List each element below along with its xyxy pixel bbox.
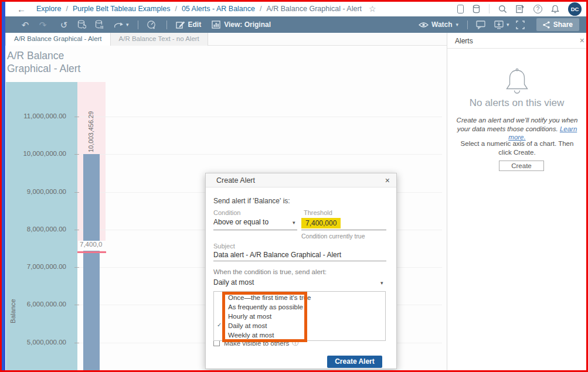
redo-icon[interactable]: ↷ [37, 21, 49, 29]
gridline [77, 154, 442, 155]
breadcrumb-view: A/R Balance Graphical - Alert [266, 5, 362, 13]
back-icon[interactable]: ← [17, 5, 26, 13]
top-navigation-bar: ← Explore / Purple Belt Tableau Examples… [5, 1, 586, 16]
breadcrumb-workbook[interactable]: 05 Alerts - AR Balance [182, 5, 255, 13]
metrics-gauge-icon[interactable] [147, 20, 158, 30]
bar-value-label: 10,003,456.29 [87, 100, 94, 152]
selected-check-icon: ✓ [217, 322, 222, 328]
view-toolbar: ↶ ↷ ↺ ▾ Edit View: Original Watc [5, 16, 586, 33]
chevron-down-icon: ▾ [456, 22, 459, 28]
notifications-bell-icon[interactable] [551, 5, 559, 13]
breadcrumb-separator: / [61, 5, 72, 13]
y-tick-label: 7,000,000.00 [6, 263, 72, 270]
axis-tick [74, 305, 79, 305]
subject-input[interactable]: Data alert - A/R Balance Graphical - Ale… [213, 251, 341, 259]
create-alert-button[interactable]: Create Alert [327, 356, 382, 368]
gridline [77, 117, 442, 117]
edit-label: Edit [188, 21, 202, 29]
tab-text-no-alert[interactable]: A/R Balance Text - no Alert [111, 33, 208, 46]
chevron-down-icon[interactable]: ▾ [126, 22, 129, 28]
eye-icon [419, 22, 429, 28]
field-underline [213, 230, 297, 230]
download-icon [494, 21, 504, 29]
create-alert-dialog: Create Alert × Send alert if 'Balance' i… [205, 173, 397, 369]
topbar-actions: ? DC [457, 2, 582, 16]
new-content-icon[interactable] [516, 5, 525, 13]
divider [166, 21, 167, 29]
threshold-input[interactable]: 7,400,000 [301, 218, 341, 228]
toolbar-right-actions: Watch ▾ ▾ Share [415, 18, 579, 31]
axis-tick [74, 267, 79, 268]
share-label: Share [553, 21, 573, 29]
fullscreen-icon[interactable] [516, 21, 528, 29]
device-preview-icon[interactable] [457, 5, 464, 13]
divider [138, 21, 138, 29]
annotation-blue-strip [1, 1, 5, 371]
user-avatar[interactable]: DC [568, 2, 582, 16]
favorite-star-icon[interactable]: ☆ [369, 4, 376, 13]
panel-create-button[interactable]: Create [499, 161, 544, 171]
frequency-select[interactable]: Daily at most [213, 278, 254, 286]
axis-tick [74, 117, 79, 117]
breadcrumb-separator: / [255, 5, 266, 13]
edit-button[interactable]: Edit [176, 21, 202, 29]
alerts-hint: Select a numeric axis of a chart. Then c… [454, 139, 580, 156]
chevron-down-icon[interactable]: ▾ [380, 280, 383, 286]
close-icon[interactable]: × [580, 36, 584, 45]
divider [489, 4, 490, 13]
axis-tick [74, 192, 79, 193]
axis-tick [74, 343, 79, 343]
alerts-panel: Alerts × No alerts on this view Create a… [447, 33, 586, 370]
tableau-web-app: ← Explore / Purple Belt Tableau Examples… [0, 0, 588, 372]
field-underline [301, 230, 386, 230]
pause-updates-icon[interactable] [95, 20, 107, 30]
breadcrumb: Explore / Purple Belt Tableau Examples /… [36, 5, 362, 13]
search-icon[interactable] [498, 5, 507, 13]
sheet-tabbar: A/R Balance Graphical - Alert A/R Balanc… [5, 33, 447, 46]
undo-icon[interactable]: ↶ [19, 21, 31, 29]
no-alerts-description: Create an alert and we'll notify you whe… [454, 116, 580, 142]
y-tick-label: 11,000,000.00 [6, 112, 72, 120]
share-button[interactable]: Share [536, 18, 579, 31]
y-tick-label: 5,000,000.00 [6, 339, 72, 346]
help-icon[interactable]: ? [533, 5, 542, 13]
sheet-title: A/R Balance Graphical - Alert [7, 49, 80, 75]
close-icon[interactable]: × [385, 176, 390, 185]
revert-icon[interactable]: ↺ [58, 21, 70, 29]
bell-illustration-icon [447, 68, 586, 97]
download-button[interactable]: ▾ [494, 21, 509, 29]
threshold-label: Threshold [304, 209, 332, 216]
dialog-intro-text: Send alert if 'Balance' is: [213, 197, 290, 205]
chevron-down-icon[interactable]: ▾ [507, 22, 509, 28]
view-original-label: View: Original [224, 21, 271, 29]
breadcrumb-project[interactable]: Purple Belt Tableau Examples [73, 5, 171, 13]
watch-button[interactable]: Watch ▾ [419, 21, 458, 29]
axis-tick [74, 230, 79, 230]
annotation-highlight-box [222, 292, 307, 342]
chevron-down-icon[interactable]: ▾ [293, 220, 295, 226]
comments-icon[interactable] [476, 21, 488, 29]
y-tick-label: 9,000,000.00 [6, 188, 72, 195]
no-alerts-title: No alerts on this view [447, 97, 586, 109]
condition-select[interactable]: Above or equal to [213, 218, 268, 226]
alerts-panel-title: Alerts [455, 37, 473, 45]
reference-line-label: 7,400,0 [78, 241, 106, 251]
breadcrumb-explore[interactable]: Explore [36, 5, 61, 13]
y-axis-title[interactable]: Balance [9, 286, 16, 323]
data-source-icon[interactable] [473, 5, 480, 13]
condition-label: Condition [213, 209, 240, 216]
pencil-icon [176, 21, 185, 29]
frequency-label: When the condition is true, send alert: [213, 268, 327, 275]
breadcrumb-separator: / [170, 5, 181, 13]
refresh-data-icon[interactable] [77, 20, 89, 30]
condition-status-text: Condition currently true [301, 233, 365, 240]
field-underline [213, 261, 386, 261]
sheet-title-line2: Graphical - Alert [7, 62, 80, 75]
view-original-button[interactable]: View: Original [212, 21, 271, 29]
divider [467, 21, 468, 29]
reference-line[interactable] [77, 251, 106, 253]
forward-icon [113, 21, 124, 29]
forward-actions[interactable]: ▾ [113, 21, 129, 29]
balance-bar[interactable] [83, 154, 100, 370]
tab-graphical-alert[interactable]: A/R Balance Graphical - Alert [5, 33, 111, 46]
